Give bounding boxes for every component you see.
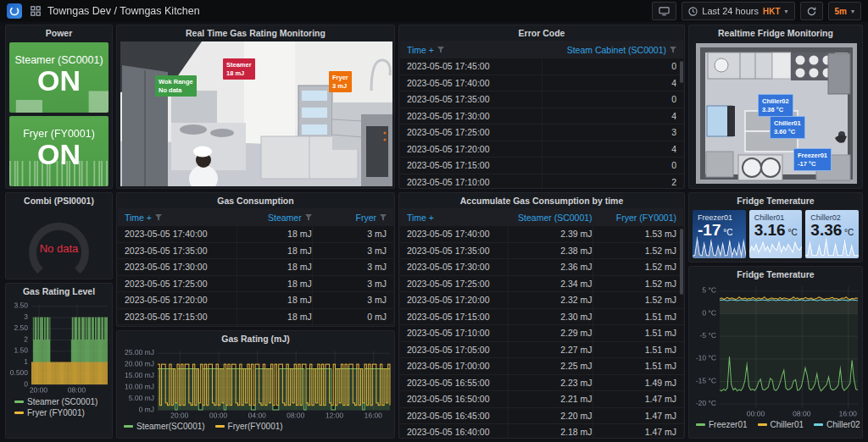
column-header[interactable]: Steamer (SC0001) [508,213,592,223]
legend-item[interactable]: Steamer (SC0001) [14,397,97,406]
time-range-picker[interactable]: Last 24 hours HKT ▾ [682,2,794,20]
scene-badge-fryer[interactable]: Fryer3 mJ [329,71,352,92]
table-cell: 0 [542,91,676,108]
column-header[interactable]: Fryer (FY0001) [593,213,676,223]
fridge-stat-tile-chiller01[interactable]: Chiller013.16 °C [749,210,803,258]
table-cell: 0 [542,157,676,174]
table-cell: 2.32 mJ [508,292,592,308]
scene-badge-wok-range[interactable]: Wok RangeNo data [155,75,197,97]
fridge-map-view[interactable]: Chiller023.36 °CChiller013.60 °CFreezer0… [693,41,859,185]
table-cell: 2023-05-05 17:35:00 [125,246,236,256]
table-cell: 18 mJ [236,226,311,242]
panel-title[interactable]: Accumulate Gas Consumption by time [399,193,684,208]
table-row: 2023-05-05 17:40:0018 mJ3 mJ [118,226,393,243]
gas-rating-mj-chart[interactable] [120,346,392,421]
error-code-table: Time +Steam Cabinet (SC0001)2023-05-05 1… [400,41,683,188]
scene-badge-freezer01[interactable]: Freezer01-17 °C [793,148,832,171]
stat-value: ON [9,66,108,95]
gas-rating-level-chart[interactable] [9,301,110,395]
panel-title[interactable]: Fridge Temerature [689,267,862,282]
legend-item[interactable]: Steamer(SC0001) [124,422,205,431]
dashboards-grid-icon[interactable] [31,6,41,16]
column-header[interactable]: Fryer [312,213,387,223]
panel-title[interactable]: Realtime Fridge Monitoring [689,25,862,41]
table-cell: 1.51 mJ [593,309,676,325]
filter-funnel-icon[interactable] [437,47,444,53]
scrollbar-thumb[interactable] [680,229,683,295]
column-header[interactable]: Time + [407,45,542,55]
table-cell: 1.52 mJ [593,276,676,292]
refresh-interval-select[interactable]: 5m ▾ [828,2,861,20]
column-header[interactable]: Steam Cabinet (SC0001) [542,45,676,55]
panel-title[interactable]: Error Code [399,25,684,41]
scrollbar-thumb[interactable] [680,61,683,83]
filter-funnel-icon[interactable] [305,214,312,221]
legend-label: Steamer(SC0001) [136,422,205,431]
table-row: 2023-05-05 16:45:002.20 mJ1.47 mJ [400,408,683,425]
filter-funnel-icon[interactable] [380,214,387,221]
scene-badge-steamer[interactable]: Steamer18 mJ [223,58,255,80]
panel-title[interactable]: Gas Consumption [117,193,394,208]
legend-item[interactable]: Freezer01 [696,420,748,429]
badge-name: Chiller02 [762,97,789,106]
table-cell: 2023-05-05 17:05:00 [407,345,508,355]
table-cell: 2.21 mJ [508,391,592,407]
panel-title[interactable]: Combi (PSI0001) [6,193,112,208]
table-cell: 1.47 mJ [593,391,676,407]
table-cell: 2.34 mJ [508,276,592,292]
panel-title[interactable]: Gas Rating (mJ) [117,331,394,346]
power-stat-tile[interactable]: Steamer (SC0001)ON [9,42,108,113]
fridge-stat-tile-freezer01[interactable]: Freezer01-17 °C [693,210,746,258]
legend-label: Fryer (FY0001) [27,408,85,417]
legend-swatch [124,425,133,428]
table-row: 2023-05-05 17:35:000 [400,91,683,108]
fridge-temp-chart[interactable] [693,282,860,419]
table-cell: 2.23 mJ [508,375,592,391]
filter-funnel-icon[interactable] [155,214,162,221]
filter-funnel-icon[interactable] [670,47,676,53]
column-header[interactable]: Steamer [236,213,311,223]
column-header-label: Time + [125,213,152,223]
legend-item[interactable]: Chiller02 [814,420,860,429]
kitchen-3d-view[interactable]: Wok RangeNo dataSteamer18 mJFryer3 mJ [120,41,391,185]
column-header[interactable]: Time + [125,213,236,223]
power-stat-tile[interactable]: Fryer (FY0001)ON [9,116,108,186]
panel-power: Power Steamer (SC0001)ONFryer (FY0001)ON [5,25,113,189]
table-cell: 2023-05-05 17:15:00 [407,160,542,170]
panel-title[interactable]: Power [6,25,112,41]
legend-swatch [696,423,705,426]
tv-mode-button[interactable] [652,2,676,20]
fridge-stat-tile-chiller02[interactable]: Chiller023.36 °C [805,210,859,258]
scene-badge-chiller01[interactable]: Chiller013.60 °C [770,116,805,139]
time-range-label: Last 24 hours [702,6,759,16]
column-header[interactable]: Time + [407,213,508,223]
table-cell: 3 mJ [312,243,387,259]
panel-gas-rating-level: Gas Rating Level Steamer (SC0001)Fryer (… [5,283,113,439]
table-cell: 2023-05-05 16:45:00 [407,411,508,421]
timezone-label: HKT [763,7,781,16]
badge-name: Freezer01 [798,152,827,160]
panel-title[interactable]: Gas Rating Level [6,284,112,299]
table-cell: 2023-05-05 17:20:00 [407,144,542,154]
panel-title[interactable]: Real Time Gas Rating Monitoring [117,25,394,41]
table-cell: 18 mJ [236,259,311,275]
table-cell: 18 mJ [236,325,311,326]
table-cell: 2023-05-05 17:20:00 [407,295,508,305]
panel-title[interactable]: Fridge Temerature [689,193,862,208]
gauge-no-data-text: No data [6,242,112,255]
refresh-button[interactable] [800,2,823,20]
table-row: 2023-05-05 16:50:002.21 mJ1.47 mJ [400,391,683,408]
panel-fridge-temp-chart: Fridge Temerature Freezer01Chiller01Chil… [688,266,863,439]
refresh-interval-value: 5m [835,7,847,16]
dashboard-title[interactable]: Towngas Dev / Towngas Kitchen [47,5,200,17]
table-row: 2023-05-05 16:55:002.23 mJ1.49 mJ [400,375,683,392]
legend-swatch [758,423,767,426]
table-cell: 2.20 mJ [508,408,592,424]
grafana-logo-icon[interactable] [7,3,22,19]
legend-item[interactable]: Fryer (FY0001) [14,408,85,417]
table-row: 2023-05-05 17:15:002.30 mJ1.51 mJ [400,309,683,326]
chevron-down-icon: ▾ [785,8,788,15]
scene-badge-chiller02[interactable]: Chiller023.36 °C [758,94,793,117]
legend-item[interactable]: Chiller01 [758,420,804,429]
legend-item[interactable]: Fryer(FY0001) [215,422,283,431]
